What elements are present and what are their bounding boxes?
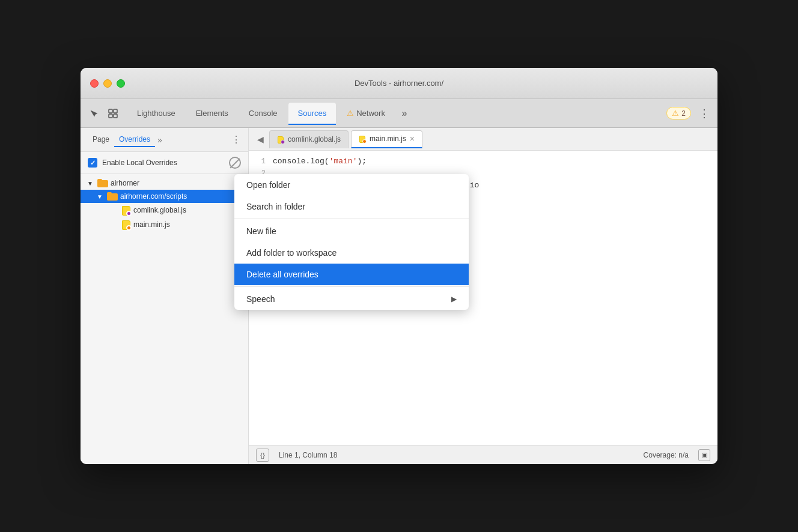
context-menu-search-folder[interactable]: Search in folder	[234, 196, 469, 217]
panel-options-button[interactable]: ⋮	[231, 134, 241, 145]
tab-bar: Lighthouse Elements Console Sources ⚠ Ne…	[81, 99, 717, 128]
file-tree: ▼ airhorner ▼ airhorner.com/scripts	[81, 174, 248, 464]
tab-sources[interactable]: Sources	[288, 103, 337, 124]
coverage-status: Coverage: n/a	[644, 451, 689, 459]
enable-overrides-checkbox[interactable]	[88, 158, 97, 168]
panel-tabs: Page Overrides » ⋮	[81, 128, 248, 152]
svg-rect-3	[114, 114, 117, 118]
more-tabs-button[interactable]: »	[396, 105, 413, 122]
window-title: DevTools - airhorner.com/	[355, 79, 443, 88]
editor-tabs: ◀ comlink.global.js main.min.js ×	[249, 128, 717, 151]
code-line-1: 1 console.log('main');	[249, 156, 717, 168]
folder-icon-root	[97, 179, 108, 187]
traffic-lights	[90, 79, 125, 88]
tab-network[interactable]: ⚠ Network	[337, 103, 395, 124]
cursor-position: Line 1, Column 18	[279, 451, 337, 459]
nav-buttons	[85, 105, 121, 122]
svg-rect-0	[109, 109, 112, 113]
editor-back-button[interactable]: ◀	[254, 133, 267, 146]
badge-warning-icon: ⚠	[672, 109, 679, 118]
tab-lighthouse[interactable]: Lighthouse	[127, 103, 185, 124]
coverage-icon[interactable]: ▣	[698, 449, 710, 461]
status-right: Coverage: n/a ▣	[644, 449, 710, 461]
tree-arrow-root: ▼	[85, 178, 95, 188]
context-menu-add-folder[interactable]: Add folder to workspace	[234, 242, 469, 264]
tree-file-main[interactable]: main.min.js	[81, 217, 248, 232]
context-menu-sep1	[234, 219, 469, 219]
close-button[interactable]	[90, 79, 99, 88]
tree-root-folder[interactable]: ▼ airhorner	[81, 177, 248, 190]
file-icon-main	[121, 219, 131, 230]
context-menu-delete-overrides[interactable]: Delete all overrides	[234, 264, 469, 285]
folder-icon-sub	[107, 192, 118, 201]
file-icon-comlink	[121, 205, 131, 216]
file-tab-icon-comlink	[277, 135, 284, 144]
editor-tab-comlink[interactable]: comlink.global.js	[269, 130, 349, 148]
file-tab-icon-main	[359, 135, 366, 143]
overrides-label: Enable Local Overrides	[102, 159, 224, 167]
editor-tab-main[interactable]: main.min.js ×	[351, 130, 422, 148]
tab-bar-right: ⚠ 2 ⋮	[666, 105, 713, 122]
tree-subfolder[interactable]: ▼ airhorner.com/scripts	[81, 190, 248, 203]
overrides-toolbar: Enable Local Overrides	[81, 152, 248, 174]
context-menu: Open folder Search in folder New file Ad…	[234, 174, 469, 310]
block-overrides-button[interactable]	[229, 157, 241, 169]
minimize-button[interactable]	[103, 79, 112, 88]
title-bar: DevTools - airhorner.com/	[81, 68, 717, 99]
context-menu-new-file[interactable]: New file	[234, 220, 469, 242]
warning-badge[interactable]: ⚠ 2	[666, 107, 691, 119]
tab-page[interactable]: Page	[88, 133, 114, 147]
left-panel: Page Overrides » ⋮ Enable Local Override…	[81, 128, 249, 464]
more-panel-tabs[interactable]: »	[157, 135, 162, 145]
tab-console[interactable]: Console	[239, 103, 287, 124]
tree-arrow-sub: ▼	[95, 192, 105, 201]
format-button[interactable]: {}	[256, 449, 269, 462]
status-bar: {} Line 1, Column 18 Coverage: n/a ▣	[249, 445, 717, 464]
tree-file-comlink[interactable]: comlink.global.js	[81, 203, 248, 217]
tab-elements[interactable]: Elements	[186, 103, 238, 124]
devtools-menu-button[interactable]: ⋮	[696, 105, 713, 122]
maximize-button[interactable]	[117, 79, 125, 88]
inspect-icon[interactable]	[105, 105, 121, 122]
svg-rect-1	[114, 109, 117, 113]
network-warning-icon: ⚠	[347, 109, 354, 118]
close-tab-main[interactable]: ×	[410, 135, 415, 143]
context-menu-open-folder[interactable]: Open folder	[234, 174, 469, 196]
speech-submenu-arrow: ▶	[451, 295, 457, 303]
svg-rect-2	[109, 114, 112, 118]
tab-overrides[interactable]: Overrides	[114, 133, 155, 147]
cursor-icon[interactable]	[85, 105, 102, 122]
context-menu-sep2	[234, 286, 469, 287]
context-menu-speech[interactable]: Speech ▶	[234, 288, 469, 310]
